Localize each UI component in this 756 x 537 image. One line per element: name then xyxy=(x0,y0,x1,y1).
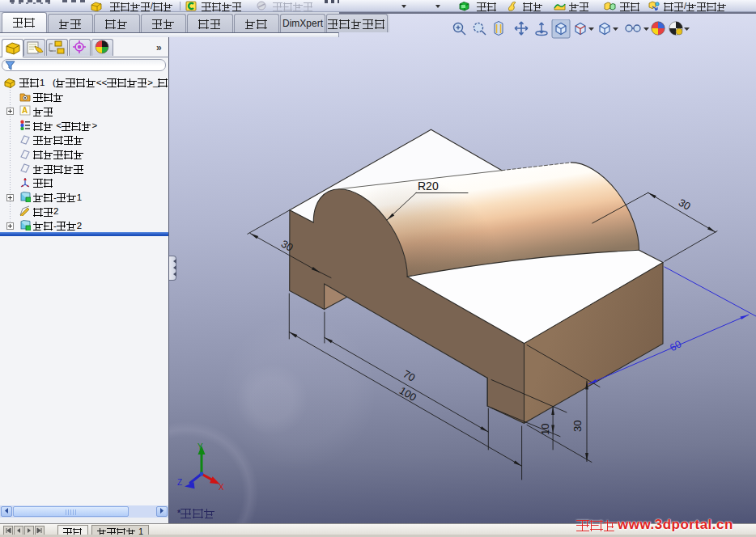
svg-text:A: A xyxy=(22,106,28,115)
svg-text:60: 60 xyxy=(668,338,683,353)
svg-text:100: 100 xyxy=(397,384,418,404)
svg-text:Z: Z xyxy=(177,478,182,487)
svg-text:30: 30 xyxy=(677,197,693,213)
svg-text:Y: Y xyxy=(197,442,203,451)
svg-text:X: X xyxy=(219,483,224,492)
svg-text:70: 70 xyxy=(401,368,417,384)
svg-text:R20: R20 xyxy=(418,180,439,192)
svg-text:30: 30 xyxy=(571,421,584,432)
svg-text:10: 10 xyxy=(539,424,551,435)
